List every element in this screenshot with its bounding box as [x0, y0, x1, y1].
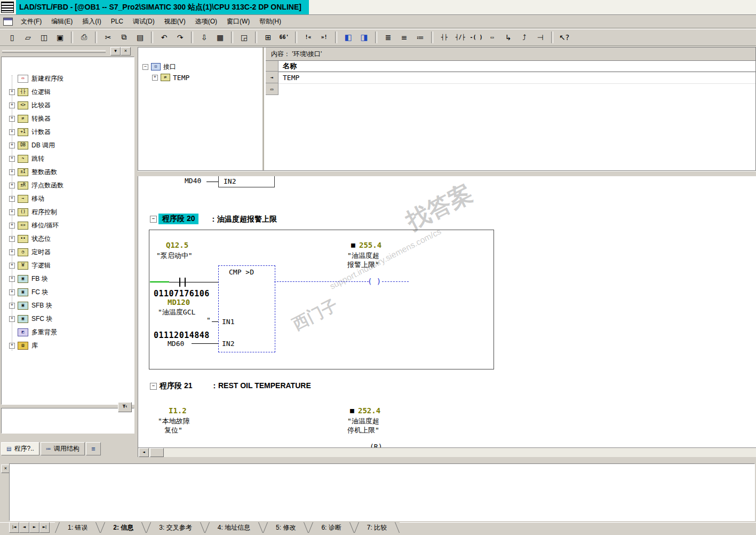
- view-lad-button[interactable]: ◧: [340, 30, 356, 44]
- pane-close-button[interactable]: ×: [121, 47, 131, 56]
- sidebar-item-bit-logic[interactable]: ┤├ 位逻辑: [2, 85, 134, 99]
- coil-button[interactable]: -( ): [468, 30, 484, 44]
- sidebar-item-jump[interactable]: ↷ 跳转: [2, 152, 134, 166]
- menu-help[interactable]: 帮助(H): [254, 15, 286, 28]
- expand-icon[interactable]: [9, 129, 15, 135]
- menu-file[interactable]: 文件(F): [16, 15, 46, 28]
- negate-input-button[interactable]: ⊣: [532, 30, 548, 44]
- contact-bar[interactable]: [179, 278, 180, 287]
- in1-address-md120[interactable]: MD120: [168, 298, 190, 306]
- symbol-display-button[interactable]: ⊞: [260, 30, 276, 44]
- menu-view[interactable]: 视图(V): [160, 15, 190, 28]
- sidebar-item-libraries[interactable]: ▤ 库: [2, 339, 134, 352]
- save-button[interactable]: ▣: [52, 30, 68, 44]
- table-row[interactable]: ⇥ TEMP: [266, 72, 755, 84]
- new-button[interactable]: ▯: [4, 30, 20, 44]
- expand-icon[interactable]: [152, 75, 158, 81]
- expand-icon[interactable]: [9, 303, 15, 309]
- redo-button[interactable]: ↷: [172, 30, 188, 44]
- tab-scroll-last-button[interactable]: ►|: [39, 522, 50, 533]
- output-tab-compare[interactable]: 7: 比较: [354, 522, 400, 533]
- next-error-button[interactable]: »!: [316, 30, 332, 44]
- sidebar-item-db-call[interactable]: DB DB 调用: [2, 139, 134, 152]
- address-box-button[interactable]: ◲: [236, 30, 252, 44]
- partial-operand-md40[interactable]: MD40: [185, 177, 201, 185]
- menu-edit[interactable]: 编辑(E): [46, 15, 77, 28]
- contact-address-i1-2[interactable]: I1.2: [169, 406, 187, 415]
- tab-call-structure[interactable]: ≔ 调用结构: [41, 442, 85, 455]
- expand-icon[interactable]: [9, 116, 15, 122]
- prev-error-button[interactable]: !«: [300, 30, 316, 44]
- sidebar-item-sfc-blocks[interactable]: ▣ SFC 块: [2, 312, 134, 326]
- open-button[interactable]: ▱: [20, 30, 36, 44]
- expand-icon[interactable]: [9, 289, 15, 295]
- description-toggle-button[interactable]: Ŧ‹: [118, 402, 132, 412]
- table-row-empty[interactable]: ▭: [266, 83, 755, 95]
- child-window-icon[interactable]: [3, 18, 13, 26]
- sidebar-item-fc-blocks[interactable]: ▣ FC 块: [2, 286, 134, 299]
- open-branch-button[interactable]: ↳: [500, 30, 516, 44]
- print-button[interactable]: ⎙: [76, 30, 92, 44]
- menu-insert[interactable]: 插入(I): [77, 15, 106, 28]
- pane-menu-button[interactable]: ▾: [110, 47, 121, 56]
- paste-button[interactable]: ▤: [132, 30, 148, 44]
- expand-icon[interactable]: [9, 156, 15, 162]
- menu-plc[interactable]: PLC: [106, 16, 128, 27]
- view-split-button[interactable]: ◨: [356, 30, 372, 44]
- monitor-table-button[interactable]: ▦: [212, 30, 228, 44]
- scrollbar-thumb[interactable]: [150, 448, 164, 457]
- sidebar-item-converter[interactable]: ⇄ 转换器: [2, 112, 134, 125]
- cmp-in2-param[interactable]: IN2: [222, 340, 234, 348]
- sidebar-item-program-control[interactable]: () 程序控制: [2, 206, 134, 219]
- expand-icon[interactable]: [9, 103, 15, 108]
- output-tab-diagnostics[interactable]: 6: 诊断: [308, 522, 354, 533]
- partial-param-in2[interactable]: IN2: [224, 177, 236, 185]
- expand-icon[interactable]: [9, 316, 15, 322]
- sidebar-item-comparator[interactable]: <> 比较器: [2, 99, 134, 112]
- undo-button[interactable]: ↶: [156, 30, 172, 44]
- sidebar-item-move[interactable]: → 移动: [2, 192, 134, 206]
- list-symbols-button[interactable]: ≡: [396, 30, 412, 44]
- horizontal-scrollbar[interactable]: ◄: [138, 447, 756, 457]
- expand-icon[interactable]: [9, 89, 15, 95]
- copy-button[interactable]: ⧉: [116, 30, 132, 44]
- sidebar-item-word-logic[interactable]: W 字逻辑: [2, 259, 134, 272]
- sidebar-item-shift-rotate[interactable]: «» 移位/循环: [2, 219, 134, 232]
- tab-scroll-first-button[interactable]: |◄: [9, 522, 19, 533]
- output-tab-cross-reference[interactable]: 3: 交叉参考: [146, 522, 204, 533]
- expand-icon[interactable]: [9, 249, 15, 255]
- decl-node-interface[interactable]: ⊡ 接口: [138, 61, 262, 72]
- expand-icon[interactable]: [9, 209, 15, 215]
- output-tab-info[interactable]: 2: 信息: [100, 522, 146, 533]
- tab-scroll-prev-button[interactable]: ◄: [19, 522, 29, 533]
- variable-name-cell[interactable]: [278, 83, 755, 95]
- contact-no-button[interactable]: ┤├: [436, 30, 452, 44]
- expand-icon[interactable]: [9, 169, 15, 175]
- sidebar-item-float-math[interactable]: ±R 浮点数函数: [2, 179, 134, 192]
- help-button[interactable]: ↖?: [556, 30, 572, 44]
- expand-icon[interactable]: [9, 276, 15, 282]
- sidebar-item-fb-blocks[interactable]: ▣ FB 块: [2, 272, 134, 286]
- network20-comment[interactable]: ：油温度超报警上限: [210, 215, 277, 224]
- output-tab-errors[interactable]: 1: 错误: [55, 522, 100, 533]
- sidebar-item-status-bits[interactable]: •• 状态位: [2, 232, 134, 246]
- network21-title[interactable]: 程序段 21: [160, 381, 192, 391]
- coil-address-255-4[interactable]: 255.4: [359, 241, 381, 249]
- expand-icon[interactable]: [9, 343, 15, 349]
- cmp-title[interactable]: CMP >D: [229, 268, 254, 276]
- open-online-button[interactable]: ◫: [36, 30, 52, 44]
- contact-bar[interactable]: [185, 278, 186, 287]
- empty-box-button[interactable]: ▭: [484, 30, 500, 44]
- expand-icon[interactable]: [9, 196, 15, 202]
- scroll-left-button[interactable]: ◄: [139, 448, 149, 457]
- output-content[interactable]: [9, 463, 755, 521]
- lad-editor[interactable]: 找答案 support.industry.siemens.com/cs 西门子 …: [138, 176, 756, 457]
- monitor-button[interactable]: 66': [276, 30, 292, 44]
- network20-collapse-icon[interactable]: [150, 216, 157, 223]
- menu-options[interactable]: 选项(O): [190, 15, 222, 28]
- cut-button[interactable]: ✂: [100, 30, 116, 44]
- sidebar-item-timers[interactable]: ◷ 定时器: [2, 246, 134, 259]
- sidebar-item-sfb-blocks[interactable]: ▣ SFB 块: [2, 299, 134, 312]
- tab-scroll-next-button[interactable]: ►: [29, 522, 39, 533]
- expand-icon[interactable]: [9, 143, 15, 148]
